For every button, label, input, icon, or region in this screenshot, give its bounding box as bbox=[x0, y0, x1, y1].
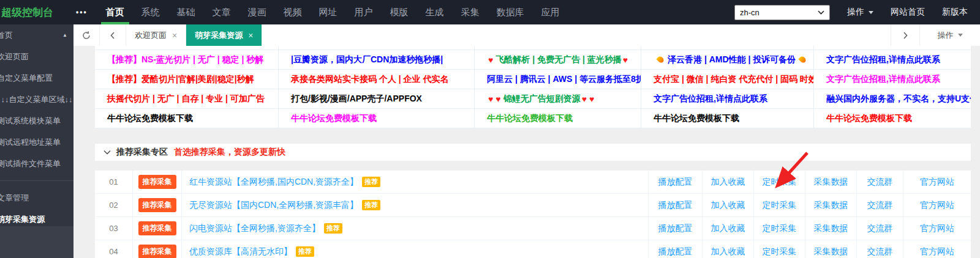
action-link[interactable]: 官方网站 bbox=[903, 217, 971, 240]
ad-link[interactable]: 【推荐】NS-蓝光切片 | 无广 | 稳定 | 秒解 bbox=[95, 50, 279, 70]
sidebar-item[interactable]: 首页▲ bbox=[0, 24, 74, 46]
sidebar-item-label: 测试系统模块菜单 bbox=[0, 116, 61, 127]
ad-link[interactable]: 阿里云 | 腾讯云 | AWS | 等云服务抵至8折 bbox=[475, 70, 641, 89]
new-version-link[interactable]: 新版本 bbox=[942, 7, 968, 18]
action-link[interactable]: 交流群 bbox=[857, 194, 903, 216]
sidebar-item[interactable]: ↓↓↓自定义菜单区域↓↓↓ bbox=[0, 89, 74, 110]
ad-link[interactable]: 承接各类网站实卡接码 个人 | 企业 代实名 bbox=[279, 70, 475, 89]
action-link[interactable]: 加入收藏 bbox=[703, 217, 754, 240]
nav-item-label: 文章 bbox=[213, 7, 231, 18]
nav-item[interactable]: 首页 bbox=[97, 0, 133, 24]
nav-item[interactable]: 模版 bbox=[382, 0, 417, 24]
ad-link[interactable]: 打包/影视/漫画/APP壳子/APPFOX bbox=[279, 89, 475, 109]
nav-item[interactable]: 用户 bbox=[346, 0, 382, 24]
tab[interactable]: 萌芽采集资源× bbox=[186, 24, 262, 46]
action-link[interactable]: 定时采集 bbox=[754, 194, 805, 216]
ad-link[interactable]: 文字广告位招租,详情点此联系 bbox=[814, 70, 971, 89]
nav-item[interactable]: 文章 bbox=[204, 0, 239, 24]
sidebar-item[interactable]: 欢迎页面 bbox=[0, 46, 74, 67]
resource-name-cell: 闪电资源站【全网秒播,资源齐全】推荐 bbox=[182, 217, 649, 240]
ad-cell-partial bbox=[814, 46, 971, 50]
ad-link[interactable]: 扶摇代切片 | 无广 | 自存 | 专业 | 可加广告 bbox=[95, 89, 279, 109]
nav-item-label: 采集 bbox=[461, 7, 480, 18]
action-link[interactable]: 交流群 bbox=[857, 217, 903, 240]
nav-menu: 首页系统基础文章漫画视频网址用户模版生成采集数据库应用 bbox=[97, 0, 568, 24]
resource-name-link[interactable]: 红牛资源站【全网秒播,国内CDN,资源齐全】 bbox=[189, 177, 358, 188]
action-link[interactable]: 官方网站 bbox=[903, 171, 971, 193]
action-link[interactable]: 播放配置 bbox=[649, 194, 703, 216]
tabs-scroll-right-button[interactable] bbox=[891, 24, 919, 46]
ad-link[interactable]: 【推荐】爱酷切片|官解|美剧|稳定|秒解 bbox=[95, 70, 279, 89]
resource-name-link[interactable]: 优质资源库【高清无水印】 bbox=[189, 246, 292, 257]
ad-link[interactable]: 支付宝 | 微信 | 纯白资 代充代付 | 固码 时效码 bbox=[641, 70, 814, 89]
action-link[interactable]: 采集数据 bbox=[805, 217, 857, 240]
sidebar-item[interactable]: 测试系统模块菜单 bbox=[0, 110, 74, 131]
action-link[interactable]: 定时采集 bbox=[754, 171, 805, 193]
nav-item[interactable]: 采集 bbox=[453, 0, 488, 24]
sidebar-item[interactable]: 自定义菜单配置 bbox=[0, 67, 74, 89]
ad-link[interactable]: ♥♥锦鲤无广告短剧资源♥♥ bbox=[475, 89, 641, 109]
sidebar-item[interactable]: 测试远程地址菜单 bbox=[0, 131, 74, 153]
ad-link[interactable]: 文字广告位招租,详情点此联系 bbox=[641, 89, 814, 109]
action-link[interactable]: 采集数据 bbox=[805, 240, 857, 258]
ad-cell-partial bbox=[95, 46, 279, 50]
nav-item[interactable]: 系统 bbox=[133, 0, 168, 24]
badge-cell: 推荐采集 bbox=[133, 217, 182, 240]
tab-operation-dropdown[interactable]: 操作 bbox=[919, 24, 980, 46]
recommend-badge: 推荐采集 bbox=[138, 221, 176, 235]
tab[interactable]: 欢迎页面× bbox=[126, 24, 186, 46]
action-link[interactable]: 采集数据 bbox=[805, 171, 857, 193]
tabs-scroll-left-button[interactable] bbox=[100, 24, 126, 46]
action-link[interactable]: 播放配置 bbox=[649, 171, 703, 193]
ad-link[interactable]: 牛牛论坛免费模板下载 bbox=[279, 109, 475, 128]
nav-item[interactable]: 数据库 bbox=[488, 0, 533, 24]
table-row: 03推荐采集闪电资源站【全网秒播,资源齐全】推荐播放配置加入收藏定时采集采集数据… bbox=[95, 217, 971, 240]
collapse-arrow-icon: ▲ bbox=[62, 32, 67, 38]
nav-item[interactable]: 漫画 bbox=[239, 0, 275, 24]
nav-item-label: 视频 bbox=[284, 7, 302, 18]
ad-link[interactable]: |豆瓣资源，国内大厂CDN加速秒拖秒播| bbox=[279, 50, 475, 70]
ad-link[interactable]: 融兴国内外服务器，不实名，支持U支付 bbox=[814, 89, 971, 109]
action-link[interactable]: 官方网站 bbox=[903, 194, 971, 216]
nav-item[interactable]: 基础 bbox=[168, 0, 204, 24]
action-link[interactable]: 官方网站 bbox=[903, 240, 971, 258]
tab-close-icon[interactable]: × bbox=[172, 31, 177, 40]
action-link[interactable]: 交流群 bbox=[857, 240, 903, 258]
action-link[interactable]: 加入收藏 bbox=[703, 171, 754, 193]
action-link[interactable]: 播放配置 bbox=[649, 217, 703, 240]
action-link[interactable]: 定时采集 bbox=[754, 240, 805, 258]
ad-link[interactable]: 泽云香港 | AMD性能 | 投诉可备份 bbox=[641, 50, 814, 70]
menu-collapse-icon[interactable]: ••• bbox=[76, 8, 88, 17]
site-home-link[interactable]: 网站首页 bbox=[891, 7, 925, 18]
ad-link[interactable]: 文字广告位招租,详情点此联系 bbox=[814, 50, 971, 70]
action-link[interactable]: 采集数据 bbox=[805, 194, 857, 216]
resource-name-link[interactable]: 无尽资源站【国内CDN,全网秒播,资源丰富】 bbox=[189, 200, 358, 211]
section-collapse-icon[interactable] bbox=[104, 150, 111, 155]
ad-link[interactable]: ♥飞酷解析 | 免费无广告 | 蓝光秒播♥ bbox=[475, 50, 641, 70]
nav-item[interactable]: 生成 bbox=[417, 0, 453, 24]
nav-item[interactable]: 网址 bbox=[311, 0, 346, 24]
action-link[interactable]: 加入收藏 bbox=[703, 240, 754, 258]
action-link[interactable]: 定时采集 bbox=[754, 217, 805, 240]
nav-item[interactable]: 视频 bbox=[275, 0, 311, 24]
table-row: 04推荐采集优质资源库【高清无水印】推荐播放配置加入收藏定时采集采集数据交流群官… bbox=[95, 240, 971, 258]
sidebar-item[interactable]: 测试插件文件菜单 bbox=[0, 153, 74, 174]
ad-link[interactable]: 牛牛论坛免费模板下载 bbox=[641, 109, 814, 128]
badge-cell: 推荐采集 bbox=[133, 171, 182, 193]
tab-close-icon[interactable]: × bbox=[248, 31, 253, 40]
row-number: 03 bbox=[95, 217, 133, 240]
sidebar-item[interactable]: 文章管理 bbox=[0, 187, 74, 208]
action-link[interactable]: 交流群 bbox=[857, 171, 903, 193]
resource-name-link[interactable]: 闪电资源站【全网秒播,资源齐全】 bbox=[189, 223, 320, 234]
language-select[interactable]: zh-cn bbox=[734, 5, 830, 20]
ad-link[interactable]: 牛牛论坛免费模板下载 bbox=[475, 109, 641, 128]
app-logo: 超级控制台 bbox=[0, 6, 70, 20]
ad-link[interactable]: 牛牛论坛免费模板下载 bbox=[814, 109, 971, 128]
refresh-button[interactable] bbox=[74, 24, 100, 46]
operation-dropdown[interactable]: 操作 bbox=[847, 7, 873, 18]
nav-item[interactable]: 应用 bbox=[533, 0, 568, 24]
ad-link[interactable]: 牛牛论坛免费模板下载 bbox=[95, 109, 279, 128]
action-link[interactable]: 加入收藏 bbox=[703, 194, 754, 216]
action-link[interactable]: 播放配置 bbox=[649, 240, 703, 258]
main-content: 【推荐】NS-蓝光切片 | 无广 | 稳定 | 秒解|豆瓣资源，国内大厂CDN加… bbox=[74, 46, 980, 258]
